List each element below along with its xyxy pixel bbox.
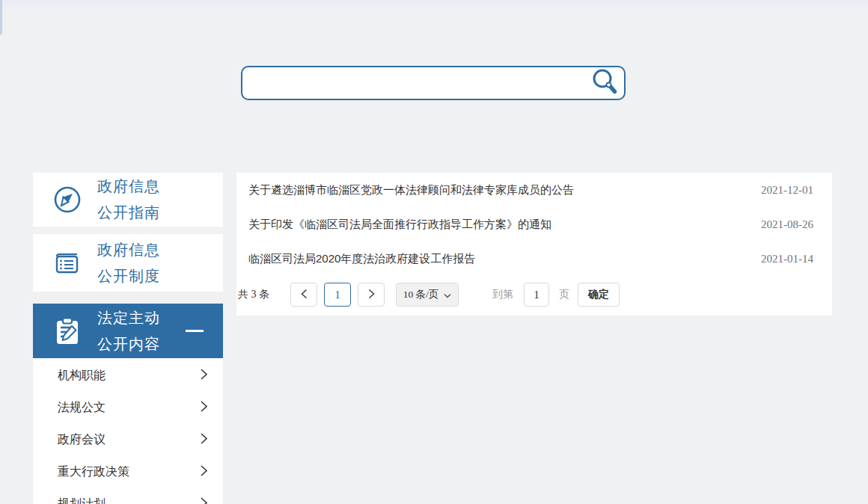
goto-page-input[interactable] [524,283,549,307]
sidebar-item-meetings[interactable]: 政府会议 [33,424,223,456]
prev-page-button[interactable] [290,283,317,307]
search-input[interactable] [242,67,585,99]
page-number-button[interactable]: 1 [324,283,351,307]
goto-page-group: 到第 页 确定 [492,283,620,307]
article-date: 2021-08-26 [761,218,813,231]
goto-suffix-label: 页 [559,288,569,301]
chevron-right-icon [200,497,208,504]
collapse-minus-icon [186,330,204,332]
chevron-right-icon [200,432,208,448]
submenu-label: 政府会议 [58,432,106,448]
next-page-button[interactable] [358,283,385,307]
submenu-label: 重大行政决策 [58,464,129,480]
article-link[interactable]: 关于印发《临淄区司法局全面推行行政指导工作方案》的通知 [248,218,746,232]
search-bar [241,66,626,100]
chevron-left-icon [301,289,308,301]
chevron-right-icon [200,400,208,416]
goto-prefix-label: 到第 [492,288,513,301]
sidebar-group-label: 政府信息 公开指南 [97,173,160,226]
submenu-label: 规划计划 [58,497,106,504]
submenu-label: 机构职能 [58,368,106,384]
sidebar-group-statutory-disclosure[interactable]: 法定主动 公开内容 [33,304,223,358]
sidebar-item-major-decisions[interactable]: 重大行政决策 [33,456,223,488]
article-row: 临淄区司法局2020年度法治政府建设工作报告 2021-01-14 [236,242,832,276]
chevron-right-icon [200,464,208,480]
left-edge-decoration [0,0,2,34]
page-size-label: 10 条/页 [403,288,439,301]
page-size-select[interactable]: 10 条/页 [396,283,459,307]
article-link[interactable]: 临淄区司法局2020年度法治政府建设工作报告 [248,252,746,266]
sidebar-item-organization[interactable]: 机构职能 [33,360,223,392]
article-list-panel: 关于遴选淄博市临淄区党政一体法律顾问和法律专家库成员的公告 2021-12-01… [236,173,832,316]
sidebar-group-disclosure-rules[interactable]: 政府信息 公开制度 [33,234,223,292]
chevron-down-icon [444,289,451,301]
sidebar: 政府信息 公开指南 政府信息 公开制度 [33,173,223,504]
search-icon [590,68,619,99]
pagination-bar: 共 3 条 1 10 条/页 到第 页 确定 [236,277,832,312]
search-button[interactable] [585,67,624,99]
article-link[interactable]: 关于遴选淄博市临淄区党政一体法律顾问和法律专家库成员的公告 [248,183,746,197]
sidebar-item-regulations[interactable]: 法规公文 [33,392,223,424]
sidebar-submenu: 机构职能 法规公文 政府会议 重大行政决策 规划计划 [33,358,223,504]
chevron-right-icon [200,368,208,384]
sidebar-group-disclosure-guide[interactable]: 政府信息 公开指南 [33,173,223,227]
compass-icon [52,185,82,215]
top-gradient [0,0,868,9]
sidebar-group-label: 法定主动 公开内容 [97,305,160,357]
submenu-label: 法规公文 [58,400,106,416]
document-list-icon [52,248,82,278]
article-row: 关于印发《临淄区司法局全面推行行政指导工作方案》的通知 2021-08-26 [236,207,832,242]
chevron-right-icon [368,289,375,301]
article-date: 2021-01-14 [761,253,813,265]
confirm-button[interactable]: 确定 [578,283,620,307]
total-count-label: 共 3 条 [238,288,269,301]
article-date: 2021-12-01 [761,184,813,197]
sidebar-item-plans[interactable]: 规划计划 [33,488,223,504]
sidebar-group-label: 政府信息 公开制度 [97,237,160,289]
clipboard-pencil-icon [52,316,82,346]
article-row: 关于遴选淄博市临淄区党政一体法律顾问和法律专家库成员的公告 2021-12-01 [236,173,832,207]
